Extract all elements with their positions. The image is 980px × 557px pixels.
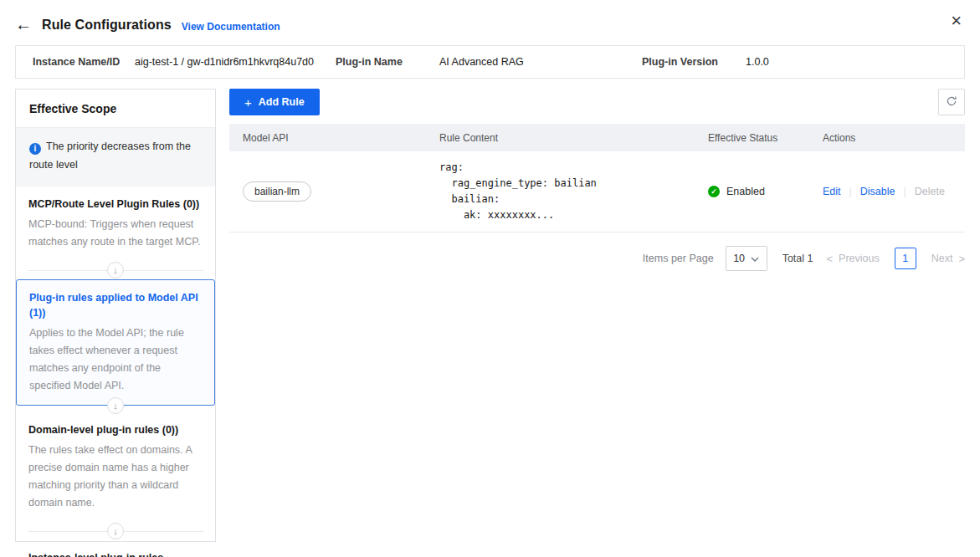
plugin-name-label: Plug-in Name [336, 56, 439, 68]
col-rule-content: Rule Content [439, 132, 708, 144]
total-count: Total 1 [782, 253, 813, 264]
plugin-version-value: 1.0.0 [746, 56, 769, 68]
model-api-cell: bailian-llm [229, 181, 439, 202]
status-badge: ✓ Enabled [708, 186, 823, 197]
next-label: Next [931, 253, 953, 264]
previous-label: Previous [839, 253, 880, 264]
sidebar-item-desc: Applies to the Model API; the rule takes… [29, 324, 202, 395]
instance-name-label: Instance Name/ID [33, 56, 135, 68]
priority-note: iThe priority decreases from the route l… [16, 128, 215, 187]
plugin-name-value: AI Advanced RAG [439, 56, 524, 68]
table-row: bailian-llm rag: rag_engine_type: bailia… [229, 151, 965, 233]
sidebar-item-desc: The rules take effect on domains. A prec… [28, 442, 203, 512]
scope-separator: ↓ [28, 396, 203, 415]
sidebar-item-title: MCP/Route Level Plugin Rules (0)) [28, 197, 203, 212]
sidebar-item-model-api-rules[interactable]: Plug-in rules applied to Model API (1)) … [16, 279, 215, 406]
col-effective-status: Effective Status [708, 132, 823, 144]
model-api-tag: bailian-llm [243, 181, 311, 202]
delete-link[interactable]: Delete [915, 186, 945, 197]
sidebar-item-title: Instance-level plug-in rules (Disabled) [28, 550, 203, 557]
col-actions: Actions [823, 132, 965, 144]
pagination: Items per Page 10 Total 1 < Previous 1 N… [229, 246, 965, 271]
scope-separator: ↓ [28, 522, 203, 540]
sidebar-item-title: Domain-level plug-in rules (0)) [28, 422, 203, 437]
instance-name-value: aig-test-1 / gw-d1nidr6m1hkvrq84u7d0 [135, 56, 314, 68]
sidebar-item-domain-rules[interactable]: Domain-level plug-in rules (0)) The rule… [16, 412, 215, 522]
page-title: Rule Configurations [42, 18, 172, 33]
actions-cell: Edit | Disable | Delete [823, 186, 965, 197]
chevron-left-icon: < [826, 253, 833, 265]
rule-content-cell: rag: rag_engine_type: bailian bailian: a… [439, 160, 708, 223]
status-cell: ✓ Enabled [708, 186, 823, 197]
close-icon[interactable]: × [951, 12, 962, 30]
view-documentation-link[interactable]: View Documentation [182, 21, 280, 33]
sidebar-item-mcp-route-rules[interactable]: MCP/Route Level Plugin Rules (0)) MCP-bo… [16, 187, 215, 261]
sidebar-item-title: Plug-in rules applied to Model API (1)) [29, 290, 202, 320]
info-field-plugin-version: Plug-in Version 1.0.0 [642, 56, 769, 68]
items-per-page-label: Items per Page [643, 253, 714, 264]
arrow-down-icon: ↓ [107, 523, 124, 539]
back-arrow-icon[interactable]: ← [15, 16, 32, 33]
plugin-version-label: Plug-in Version [642, 56, 746, 68]
priority-note-text: The priority decreases from the route le… [29, 141, 191, 171]
rule-content-yaml: rag: rag_engine_type: bailian bailian: a… [439, 160, 708, 223]
previous-button[interactable]: < Previous [826, 253, 879, 265]
items-per-page-select[interactable]: 10 [726, 246, 767, 271]
page-header: ← Rule Configurations View Documentation… [0, 0, 980, 37]
info-icon: i [29, 143, 41, 155]
chevron-right-icon: > [958, 253, 965, 265]
sidebar-item-desc: MCP-bound: Triggers when request matches… [28, 216, 203, 251]
items-per-page-value: 10 [733, 253, 745, 264]
plus-icon: + [244, 95, 252, 110]
page-number-button[interactable]: 1 [895, 248, 916, 269]
add-rule-label: Add Rule [259, 96, 305, 108]
info-field-plugin-name: Plug-in Name AI Advanced RAG [336, 56, 642, 68]
rules-toolbar: + Add Rule [229, 89, 965, 115]
disable-link[interactable]: Disable [860, 186, 895, 197]
refresh-icon [946, 95, 957, 110]
effective-scope-panel: Effective Scope iThe priority decreases … [15, 89, 216, 542]
effective-scope-title: Effective Scope [16, 89, 215, 128]
arrow-down-icon: ↓ [107, 397, 124, 414]
edit-link[interactable]: Edit [823, 186, 841, 197]
table-header: Model API Rule Content Effective Status … [229, 124, 965, 151]
col-model-api: Model API [229, 132, 439, 144]
status-text: Enabled [726, 186, 765, 197]
enabled-check-icon: ✓ [708, 186, 720, 197]
scope-separator: ↓ [28, 261, 203, 279]
next-button[interactable]: Next > [931, 253, 965, 265]
plugin-info-bar: Instance Name/ID aig-test-1 / gw-d1nidr6… [15, 45, 965, 79]
sidebar-item-instance-rules[interactable]: Instance-level plug-in rules (Disabled) … [16, 540, 215, 557]
refresh-button[interactable] [938, 89, 965, 115]
info-field-instance: Instance Name/ID aig-test-1 / gw-d1nidr6… [33, 56, 336, 68]
arrow-down-icon: ↓ [107, 262, 124, 278]
chevron-down-icon [751, 253, 759, 264]
add-rule-button[interactable]: + Add Rule [229, 89, 320, 115]
